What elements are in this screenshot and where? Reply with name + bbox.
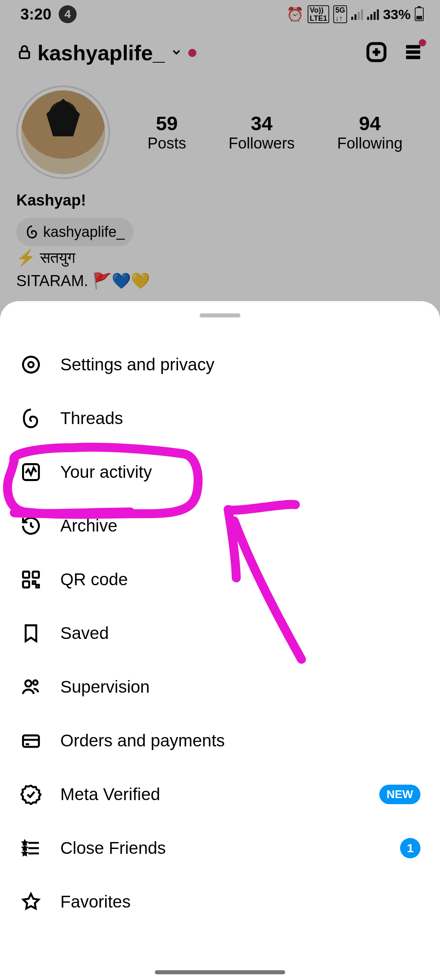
menu-item-label: Your activity [60,462,420,482]
svg-rect-14 [36,585,39,588]
menu-item-archive[interactable]: Archive [0,499,440,553]
svg-point-15 [25,680,31,687]
menu-item-meta-verified[interactable]: Meta Verified NEW [0,768,440,821]
bottom-sheet-menu: Settings and privacy Threads Your activi… [0,301,440,980]
svg-rect-12 [23,581,29,587]
activity-icon [20,461,42,483]
svg-rect-10 [23,572,29,578]
menu-item-label: Close Friends [60,838,382,858]
menu-item-threads[interactable]: Threads [0,392,440,445]
credit-card-icon [20,729,42,752]
svg-point-8 [29,362,34,368]
menu-item-label: Threads [60,409,420,428]
new-badge: NEW [379,785,420,804]
verified-icon [20,783,42,806]
home-indicator [155,970,285,974]
menu-item-favorites[interactable]: Favorites [0,875,440,929]
bookmark-icon [20,622,42,645]
menu-item-qr-code[interactable]: QR code [0,553,440,606]
threads-icon [20,407,42,430]
menu-item-label: Saved [60,623,420,643]
menu-item-settings[interactable]: Settings and privacy [0,338,440,392]
menu-item-close-friends[interactable]: Close Friends 1 [0,821,440,875]
svg-rect-11 [33,572,39,578]
svg-point-16 [33,680,37,685]
menu-item-label: Settings and privacy [60,355,420,374]
gear-icon [20,353,42,376]
menu-item-orders[interactable]: Orders and payments [0,714,440,768]
menu-item-your-activity[interactable]: Your activity [0,445,440,499]
menu-item-label: Favorites [60,892,420,912]
menu-item-supervision[interactable]: Supervision [0,660,440,714]
svg-point-7 [23,357,39,373]
svg-rect-17 [23,735,39,747]
menu-item-label: Supervision [60,677,420,697]
menu-item-label: Archive [60,516,420,536]
star-icon [20,890,42,913]
menu-item-saved[interactable]: Saved [0,606,440,660]
menu-item-label: Meta Verified [60,785,361,804]
qr-code-icon [20,568,42,591]
menu-item-label: QR code [60,570,420,589]
menu-item-label: Orders and payments [60,731,420,750]
drag-handle[interactable] [200,313,240,317]
close-friends-icon [20,837,42,860]
svg-rect-13 [33,581,35,584]
archive-icon [20,514,42,537]
close-friends-count-badge: 1 [400,838,420,858]
supervision-icon [20,676,42,698]
